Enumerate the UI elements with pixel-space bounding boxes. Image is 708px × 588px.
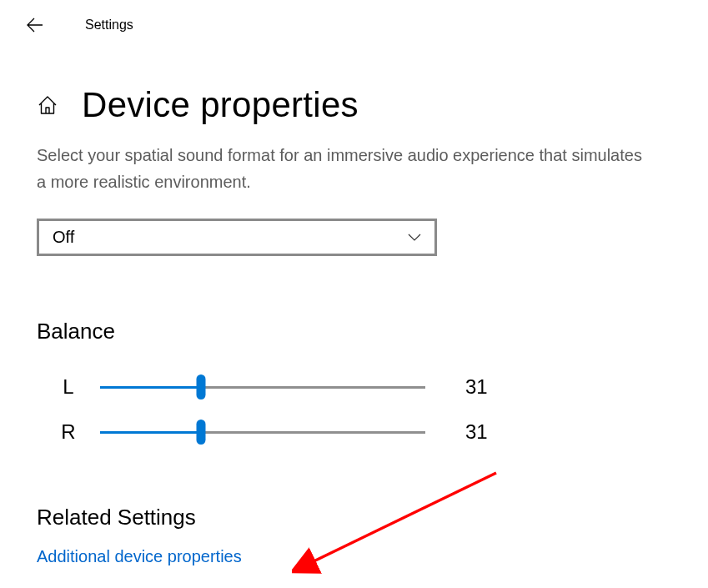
back-button[interactable] [25, 15, 45, 35]
balance-section: Balance L 31 R 31 [37, 319, 708, 455]
header-title: Settings [85, 18, 133, 33]
header-bar: Settings [0, 0, 708, 35]
page-title-row: Device properties [37, 85, 708, 125]
balance-right-label: R [37, 420, 100, 444]
slider-thumb[interactable] [196, 420, 205, 445]
home-button[interactable] [37, 94, 58, 116]
balance-title: Balance [37, 319, 708, 344]
spatial-sound-dropdown[interactable]: Off [37, 219, 437, 256]
chevron-down-icon [408, 234, 421, 242]
dropdown-selected-value: Off [53, 228, 74, 247]
balance-left-value: 31 [465, 375, 488, 399]
home-icon [37, 94, 58, 116]
slider-thumb[interactable] [196, 374, 205, 400]
page-description: Select your spatial sound format for an … [37, 142, 654, 195]
balance-right-slider[interactable] [100, 420, 425, 445]
balance-left-slider[interactable] [100, 374, 425, 400]
content-area: Device properties Select your spatial so… [0, 35, 708, 566]
balance-left-row: L 31 [37, 364, 708, 410]
slider-track-filled [100, 431, 201, 434]
balance-left-label: L [37, 375, 100, 399]
additional-device-properties-link[interactable]: Additional device properties [37, 547, 242, 565]
back-arrow-icon [26, 16, 44, 34]
balance-right-value: 31 [465, 420, 488, 444]
slider-track-filled [100, 386, 201, 389]
related-settings-title: Related Settings [37, 505, 708, 530]
page-title: Device properties [82, 85, 359, 125]
balance-right-row: R 31 [37, 410, 708, 455]
